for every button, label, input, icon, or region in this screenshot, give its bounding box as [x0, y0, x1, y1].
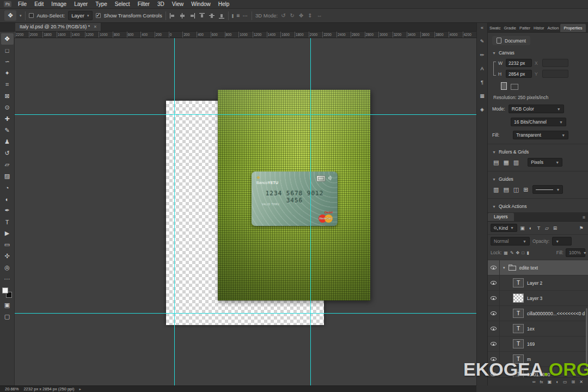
rulers-grids-section-header[interactable]: ▼ Rulers & Grids: [492, 149, 584, 155]
3d-mode-icon-4[interactable]: ⇔: [317, 13, 322, 19]
color-swatches[interactable]: [2, 287, 13, 298]
menu-layer[interactable]: Layer: [70, 0, 91, 9]
bank-card-layer[interactable]: ❖ BancoYETU 1234 5678 9012 3456: [252, 171, 338, 226]
layer-visibility-toggle[interactable]: [488, 275, 500, 290]
filter-type-icon-1[interactable]: ◐: [526, 224, 535, 232]
layer-visibility-toggle[interactable]: [488, 306, 500, 321]
layer-row[interactable]: Layer 3: [488, 291, 588, 306]
text-layer-icon[interactable]: T: [513, 339, 524, 348]
quick-actions-section-header[interactable]: ▼ Quick Actions: [492, 204, 584, 209]
crop-tool[interactable]: ⌗: [1, 79, 14, 90]
pen-tool[interactable]: ✒: [1, 205, 14, 216]
panel-tab-action[interactable]: Action: [546, 24, 561, 32]
filter-type-icon-0[interactable]: ▣: [518, 224, 526, 232]
link-dimensions-icon[interactable]: [493, 62, 496, 76]
quick-selection-tool[interactable]: ✦: [1, 68, 14, 79]
layers-tab[interactable]: Layers: [488, 213, 514, 221]
hand-tool[interactable]: ✣: [1, 250, 14, 262]
lock-icon-4[interactable]: ▮: [526, 250, 529, 255]
menu-image[interactable]: Image: [47, 0, 70, 9]
panel-tab-swatc[interactable]: Swatc: [488, 24, 502, 32]
zoom-tool[interactable]: ◎: [1, 262, 14, 273]
menu-view[interactable]: View: [168, 0, 188, 9]
lock-icon-3[interactable]: □: [522, 250, 524, 255]
text-layer-icon[interactable]: T: [513, 309, 524, 318]
units-select[interactable]: Pixels ▼: [528, 158, 562, 167]
layer-visibility-toggle[interactable]: [488, 260, 500, 275]
panel-tab-histor[interactable]: Histor: [532, 24, 546, 32]
layer-visibility-toggle[interactable]: [488, 321, 500, 336]
auto-select-dropdown[interactable]: Layer ▾: [68, 11, 92, 20]
width-input[interactable]: 2232 px: [506, 59, 532, 67]
healing-brush-tool[interactable]: ✚: [1, 113, 14, 125]
vertical-guide[interactable]: [174, 38, 175, 385]
guide-option-icon[interactable]: ▥: [493, 186, 499, 193]
menu-select[interactable]: Select: [111, 0, 134, 9]
marquee-tool[interactable]: □: [1, 45, 14, 56]
menu-type[interactable]: Type: [91, 0, 111, 9]
distribute-horizontal-icon[interactable]: |||: [232, 14, 233, 17]
align-right-icon[interactable]: [189, 13, 195, 19]
layer-row[interactable]: T169: [488, 336, 588, 352]
canvas-section-header[interactable]: ▼ Canvas: [492, 50, 584, 56]
dodge-tool[interactable]: ◐: [1, 193, 14, 205]
ruler-grid-icon[interactable]: ▤: [493, 159, 499, 166]
portrait-orientation-button[interactable]: [501, 82, 507, 90]
type-tool[interactable]: T: [1, 216, 14, 228]
tool-preset-dropdown-icon[interactable]: ▾: [20, 14, 22, 18]
horizontal-ruler[interactable]: 2200200018001600140012001000800600400200…: [15, 32, 476, 38]
blend-mode-select[interactable]: Normal ▼: [491, 237, 530, 246]
layer-visibility-toggle[interactable]: [488, 291, 500, 305]
guide-style-select[interactable]: ▼: [532, 185, 563, 194]
brush-tool[interactable]: ✎: [1, 125, 14, 136]
layer-row[interactable]: Tcilla0000000...<<<<<<<<0 d: [488, 306, 588, 321]
ruler-grid-icon[interactable]: ▥: [513, 159, 519, 166]
collapse-panels-icon[interactable]: «: [478, 24, 487, 32]
shape-tool[interactable]: ▭: [1, 239, 14, 250]
3d-mode-icon-1[interactable]: ↻: [290, 13, 295, 19]
guides-section-header[interactable]: ▼ Guides: [492, 176, 584, 182]
zoom-level[interactable]: 20.66%: [5, 387, 19, 391]
panel-tab-properties[interactable]: Properties: [560, 24, 585, 32]
more-tools[interactable]: ⋯: [1, 273, 14, 285]
align-top-icon[interactable]: [199, 13, 205, 19]
align-left-icon[interactable]: [169, 13, 176, 19]
horizontal-guide[interactable]: [15, 313, 476, 314]
blur-tool[interactable]: ◔: [1, 182, 14, 193]
fill-input[interactable]: 100% ▼: [566, 248, 585, 257]
gradient-tool[interactable]: ▨: [1, 170, 14, 182]
photoshop-home-icon[interactable]: Ps: [4, 1, 11, 7]
guide-option-icon[interactable]: ◫: [513, 186, 519, 193]
eraser-tool[interactable]: ▱: [1, 159, 14, 170]
quick-mask-button[interactable]: ▣: [1, 299, 14, 311]
canvas-area[interactable]: 2200200018001600140012001000800600400200…: [15, 32, 476, 385]
paragraph-panel-icon[interactable]: ¶: [478, 78, 487, 86]
align-bottom-icon[interactable]: [218, 13, 225, 19]
libraries-panel-icon[interactable]: ◈: [478, 106, 487, 113]
screen-mode-button[interactable]: ▢: [1, 311, 14, 322]
text-layer-icon[interactable]: T: [513, 324, 524, 333]
color-mode-select[interactable]: RGB Color ▼: [509, 105, 564, 113]
y-input[interactable]: [542, 70, 568, 78]
frame-tool[interactable]: ⊠: [1, 90, 14, 102]
guide-option-icon[interactable]: ⊞: [523, 186, 528, 193]
layer-row[interactable]: T1ex: [488, 321, 588, 336]
guide-option-icon[interactable]: ▤: [503, 186, 509, 193]
text-layer-icon[interactable]: T: [513, 278, 524, 287]
opacity-input[interactable]: ▼: [552, 237, 572, 246]
menu-file[interactable]: File: [14, 0, 30, 9]
menu-window[interactable]: Window: [187, 0, 215, 9]
menu-3d[interactable]: 3D: [154, 0, 168, 9]
menu-filter[interactable]: Filter: [134, 0, 154, 9]
pasteboard[interactable]: ❖ BancoYETU 1234 5678 9012 3456: [15, 38, 476, 385]
align-middle-icon[interactable]: [209, 13, 215, 19]
filter-kind-select[interactable]: Kind ▼: [491, 224, 517, 232]
3d-mode-icon-3[interactable]: ⇕: [308, 13, 312, 19]
group-expand-icon[interactable]: ▾: [503, 266, 505, 270]
glyphs-panel-icon[interactable]: ▦: [478, 92, 487, 100]
height-input[interactable]: 2854 px: [506, 70, 532, 78]
layer-visibility-toggle[interactable]: [488, 336, 500, 351]
auto-select-checkbox[interactable]: [29, 13, 34, 18]
3d-mode-icon-2[interactable]: ✥: [299, 13, 303, 19]
filter-type-icon-4[interactable]: ⊞: [551, 224, 559, 232]
